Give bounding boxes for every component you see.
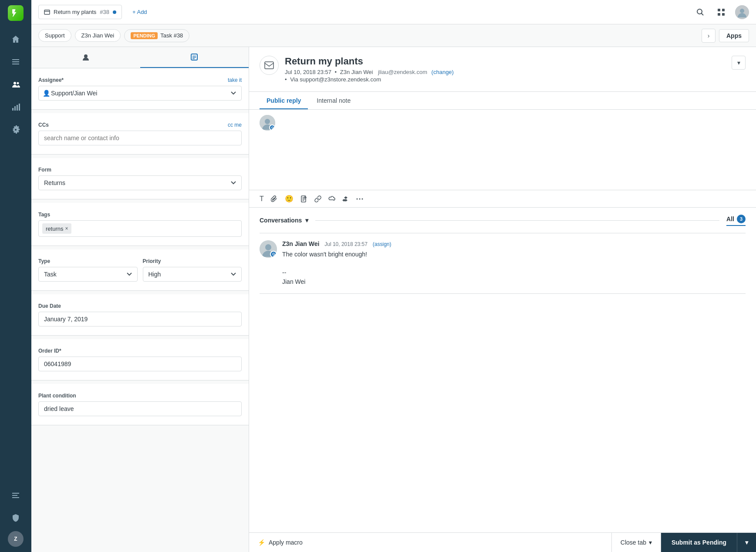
due-date-label: Due Date (38, 303, 242, 309)
reply-user-avatar: ⚙ (260, 115, 275, 131)
tab-public-reply[interactable]: Public reply (260, 92, 308, 109)
svg-rect-12 (44, 10, 50, 14)
ccs-section: CCs cc me (31, 113, 249, 155)
svg-rect-10 (12, 495, 17, 496)
tab-internal-note[interactable]: Internal note (310, 92, 358, 109)
message-user-avatar: ⚙ (260, 240, 277, 258)
change-link[interactable]: (change) (432, 69, 454, 75)
svg-point-29 (356, 198, 358, 199)
panel-tabs (31, 47, 249, 68)
conv-header-info: Return my plants Jul 10, 2018 23:57 • Z3… (285, 56, 726, 83)
svg-rect-8 (19, 104, 20, 111)
type-priority-grid: Type Task Priority High (38, 258, 242, 282)
apps-button[interactable]: Apps (719, 29, 749, 42)
order-id-label: Order ID* (38, 348, 242, 354)
svg-rect-6 (14, 106, 16, 111)
text-format-icon[interactable]: T (260, 195, 264, 203)
more-icon[interactable] (356, 195, 363, 202)
reply-area: Public reply Internal note ⚙ T 🙂 (249, 92, 756, 208)
type-field: Type Task (38, 258, 138, 282)
assignee-section: Assignee* take it 👤 Support/Jian Wei (31, 68, 249, 110)
user-avatar-bottom[interactable]: Z (8, 531, 24, 547)
conv-header: Return my plants Jul 10, 2018 23:57 • Z3… (249, 47, 756, 92)
app-logo[interactable] (8, 5, 24, 21)
sidebar-item-menu[interactable] (6, 486, 25, 505)
assign-link[interactable]: (assign) (373, 241, 392, 247)
form-label: Form (38, 167, 242, 173)
right-panel: Return my plants Jul 10, 2018 23:57 • Z3… (249, 47, 756, 552)
sidebar-item-chart[interactable] (6, 98, 25, 117)
conversations-filter[interactable]: Conversations ▾ (260, 217, 308, 224)
conv-user: Z3n Jian Wei (340, 69, 373, 75)
due-date-input[interactable] (38, 312, 242, 326)
assignee-select[interactable]: Support/Jian Wei (38, 86, 242, 101)
assignee-label: Assignee* take it (38, 77, 242, 83)
macro-label: Apply macro (269, 539, 303, 546)
take-it-link[interactable]: take it (228, 77, 242, 83)
document-icon[interactable] (300, 195, 307, 202)
submit-chevron-button[interactable]: ▾ (737, 533, 756, 552)
svg-rect-15 (722, 9, 725, 11)
add-tab-button[interactable]: + Add (127, 6, 152, 18)
emoji-icon[interactable]: 🙂 (285, 195, 294, 203)
sidebar-item-list[interactable] (6, 52, 25, 71)
message-content: Z3n Jian Wei Jul 10, 2018 23:57 (assign)… (282, 240, 746, 286)
link-icon[interactable] (314, 195, 321, 202)
cc-me-link[interactable]: cc me (228, 122, 242, 128)
priority-select[interactable]: High (143, 267, 242, 282)
reply-tabs: Public reply Internal note (249, 92, 756, 110)
person-icon: 👤 (43, 90, 50, 97)
message-timestamp: Jul 10, 2018 23:57 (324, 241, 368, 247)
cloud-icon[interactable] (328, 195, 335, 202)
message-admin-badge: ⚙ (270, 251, 277, 258)
all-filter[interactable]: All 3 (726, 215, 746, 226)
top-bar-actions (693, 5, 749, 19)
grid-icon[interactable] (714, 5, 728, 19)
breadcrumb-pending[interactable]: PENDING Task #38 (124, 29, 189, 42)
tag-remove-returns[interactable]: × (65, 226, 68, 232)
top-bar: Return my plants #38 + Add (31, 0, 756, 24)
reply-textarea[interactable] (280, 115, 746, 185)
svg-point-31 (361, 198, 363, 199)
type-select[interactable]: Task (38, 267, 138, 282)
sidebar-item-shield[interactable] (6, 508, 25, 528)
form-select[interactable]: Returns (38, 175, 242, 190)
submit-main-action[interactable]: Submit as Pending (661, 533, 737, 552)
tags-input[interactable]: returns × (38, 220, 242, 237)
conv-message: ⚙ Z3n Jian Wei Jul 10, 2018 23:57 (assig… (260, 233, 746, 294)
breadcrumb-nav-button[interactable]: › (702, 29, 716, 43)
dropbox-icon[interactable] (342, 195, 349, 202)
order-id-input[interactable] (38, 357, 242, 371)
sidebar-item-users[interactable] (6, 75, 25, 94)
search-icon[interactable] (693, 5, 707, 19)
conv-header-chevron[interactable]: ▾ (732, 56, 746, 70)
tab-number: #38 (100, 9, 109, 15)
breadcrumb-support[interactable]: Support (38, 29, 71, 42)
tab-status-dot (113, 10, 116, 14)
ccs-input[interactable] (38, 131, 242, 145)
reply-toolbar: T 🙂 (249, 190, 756, 207)
attachment-icon[interactable] (271, 195, 278, 202)
bottom-bar: ⚡ Apply macro Close tab ▾ Submit as Pend… (249, 532, 756, 552)
sidebar-item-home[interactable] (6, 30, 25, 49)
apply-macro-button[interactable]: ⚡ Apply macro (249, 533, 612, 552)
close-tab-button[interactable]: Close tab ▾ (612, 533, 661, 552)
sidebar-item-settings[interactable] (6, 120, 25, 139)
svg-point-20 (84, 54, 88, 58)
user-avatar-top[interactable] (735, 5, 749, 19)
email-icon (260, 56, 279, 75)
tab-title: Return my plants (54, 9, 96, 15)
panel-tab-details[interactable] (140, 47, 249, 68)
plant-condition-input[interactable] (38, 401, 242, 416)
panel-tab-user[interactable] (31, 47, 140, 68)
conv-header-row: Return my plants Jul 10, 2018 23:57 • Z3… (260, 56, 746, 83)
svg-rect-16 (718, 13, 720, 16)
add-label: + Add (132, 9, 147, 15)
breadcrumb-user[interactable]: Z3n Jian Wei (75, 29, 121, 42)
svg-rect-0 (12, 59, 19, 60)
conv-date: Jul 10, 2018 23:57 (285, 69, 331, 75)
svg-point-3 (14, 82, 16, 84)
ticket-tab[interactable]: Return my plants #38 (38, 5, 122, 19)
close-tab-label: Close tab (621, 539, 646, 546)
macro-icon: ⚡ (258, 539, 265, 546)
